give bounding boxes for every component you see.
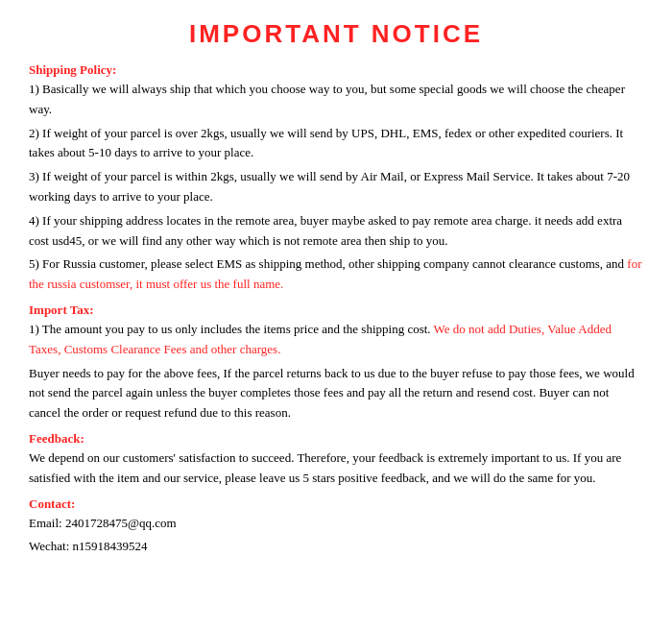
contact-wechat: Wechat: n15918439524 xyxy=(29,537,643,557)
shipping-point-5-pre: 5) For Russia customer, please select EM… xyxy=(29,256,627,271)
main-title: IMPORTANT NOTICE xyxy=(29,19,643,49)
shipping-point-2: 2) If weight of your parcel is over 2kgs… xyxy=(29,124,643,164)
page: IMPORTANT NOTICE Shipping Policy: 1) Bas… xyxy=(0,0,672,629)
contact-email: Email: 2401728475@qq.com xyxy=(29,514,643,534)
contact-heading: Contact: xyxy=(29,496,643,512)
import-tax-heading: Import Tax: xyxy=(29,302,643,318)
import-tax-line1: 1) The amount you pay to us only include… xyxy=(29,320,643,360)
shipping-point-1: 1) Basically we will always ship that wh… xyxy=(29,80,643,120)
import-tax-body: Buyer needs to pay for the above fees, I… xyxy=(29,364,643,423)
shipping-point-4: 4) If your shipping address locates in t… xyxy=(29,211,643,252)
feedback-heading: Feedback: xyxy=(29,431,643,447)
shipping-point-5: 5) For Russia customer, please select EM… xyxy=(29,254,643,295)
shipping-policy-heading: Shipping Policy: xyxy=(29,62,643,78)
import-tax-pre: 1) The amount you pay to us only include… xyxy=(29,322,434,336)
feedback-body: We depend on our customers' satisfaction… xyxy=(29,448,643,489)
shipping-point-3: 3) If weight of your parcel is within 2k… xyxy=(29,167,643,207)
